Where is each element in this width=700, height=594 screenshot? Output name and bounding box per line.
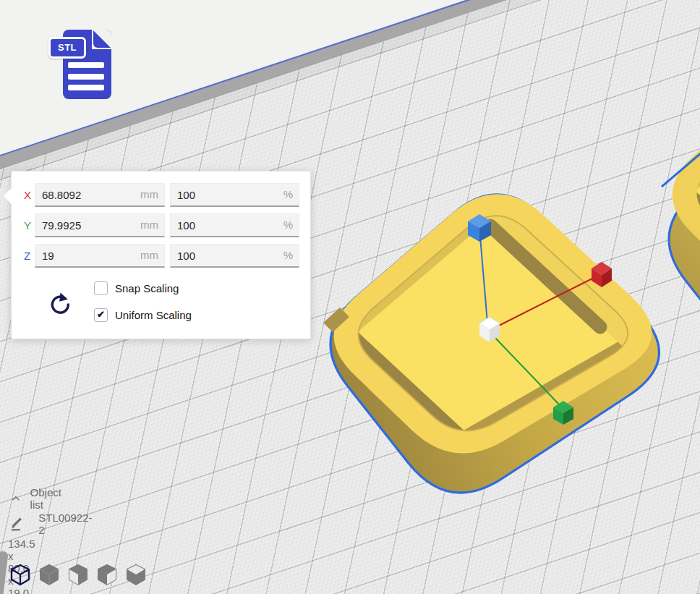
pencil-icon [11, 516, 25, 532]
view-top-icon[interactable] [67, 561, 89, 589]
camera-view-toolbar [9, 561, 147, 589]
object-list-item[interactable]: STL00922-2 [11, 512, 93, 536]
object-item-name: STL00922-2 [38, 512, 93, 536]
scale-y-mm-field: mm [35, 213, 165, 237]
scale-x-input[interactable] [35, 184, 164, 205]
scale-z-input[interactable] [35, 245, 164, 266]
scale-x-percent-input[interactable] [171, 184, 299, 205]
axis-label-x: X [24, 183, 35, 207]
stl-badge: STL [48, 37, 86, 59]
checkmark-icon: ✔ [95, 309, 107, 321]
view-3d-icon[interactable] [9, 561, 31, 589]
model-neighbor-partial[interactable] [662, 53, 700, 388]
scale-row-z: Z mm % [12, 244, 310, 268]
scale-tool-panel: X mm % Y mm % Z mm [11, 171, 311, 339]
uniform-scaling-label: Uniform Scaling [115, 309, 192, 321]
model-stl00922-2[interactable] [323, 194, 659, 493]
snap-scaling-label: Snap Scaling [115, 282, 179, 294]
object-list-title: Object list [30, 486, 65, 511]
axis-label-z: Z [24, 244, 35, 268]
scale-y-percent-field: % [170, 213, 299, 237]
object-list-header[interactable]: Object list [12, 486, 64, 511]
stl-file-icon: STL [48, 27, 121, 103]
scale-y-percent-input[interactable] [171, 214, 299, 236]
uniform-scaling-checkbox[interactable]: ✔ [94, 308, 108, 322]
snap-scaling-checkbox[interactable] [94, 281, 108, 295]
reset-scale-button[interactable] [48, 292, 72, 316]
scale-row-x: X mm % [12, 183, 310, 207]
view-right-icon[interactable] [125, 561, 147, 589]
scale-row-y: Y mm % [12, 213, 310, 237]
chevron-up-icon [12, 495, 20, 502]
scale-x-percent-field: % [170, 183, 299, 207]
axis-label-y: Y [24, 213, 35, 237]
reset-icon [48, 292, 72, 316]
scale-z-percent-field: % [170, 244, 299, 268]
scale-z-mm-field: mm [35, 244, 165, 268]
slicer-3d-viewport[interactable]: STL X mm % Y mm % [0, 0, 700, 594]
scale-z-percent-input[interactable] [171, 245, 299, 266]
scale-x-mm-field: mm [35, 183, 165, 207]
view-left-icon[interactable] [96, 561, 118, 589]
view-front-icon[interactable] [38, 561, 60, 589]
scale-y-input[interactable] [35, 214, 164, 236]
